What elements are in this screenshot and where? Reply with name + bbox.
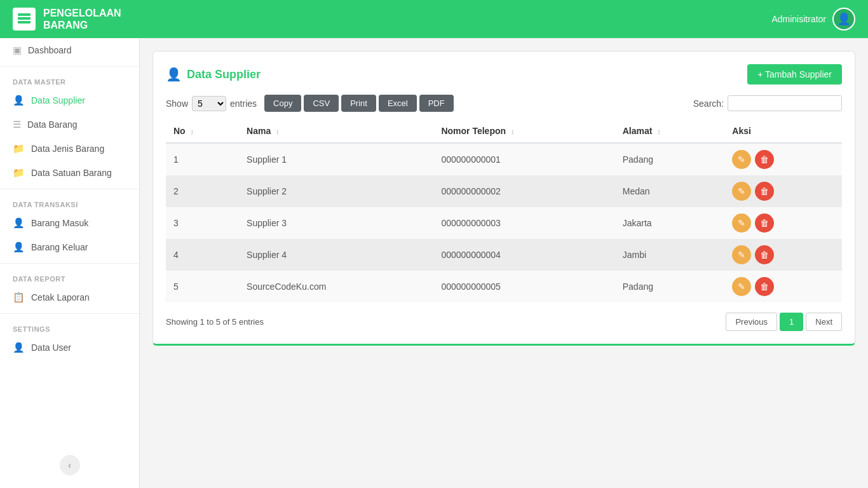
admin-name: Adminisitrator [771,14,826,24]
sort-no-icon: ↕ [191,128,194,135]
delete-button[interactable]: 🗑 [755,277,774,296]
cell-no: 3 [166,207,239,239]
delete-button[interactable]: 🗑 [755,214,774,233]
dashboard-icon: ▣ [13,44,22,56]
svg-rect-0 [18,13,31,16]
cell-no: 1 [166,143,239,175]
cell-aksi: ✎ 🗑 [724,239,842,271]
sidebar: ▣ Dashboard DATA MASTER 👤 Data Supplier … [0,38,140,488]
cell-telepon: 000000000004 [433,239,614,271]
cell-no: 5 [166,271,239,302]
cell-telepon: 000000000005 [433,271,614,302]
add-supplier-button[interactable]: + Tambah Supplier [747,64,842,85]
table-row: 2 Supplier 2 000000000002 Medan ✎ 🗑 [166,175,842,207]
edit-button[interactable]: ✎ [732,150,751,169]
table-row: 1 Supplier 1 000000000001 Padang ✎ 🗑 [166,143,842,175]
header: PENGELOLAAN BARANG Adminisitrator 👤 [0,0,868,38]
table-row: 4 Supplier 4 000000000004 Jambi ✎ 🗑 [166,239,842,271]
edit-button[interactable]: ✎ [732,214,751,233]
search-input[interactable] [728,95,842,111]
next-button[interactable]: Next [806,313,842,331]
col-telepon: Nomor Telepon ↕ [433,119,614,143]
delete-button[interactable]: 🗑 [755,150,774,169]
sidebar-item-barang-masuk[interactable]: 👤 Barang Masuk [0,211,139,235]
print-button[interactable]: Print [341,95,376,112]
svg-rect-1 [18,17,31,20]
section-data-master: DATA MASTER [0,71,139,88]
cell-aksi: ✎ 🗑 [724,271,842,302]
table-row: 3 Supplier 3 000000000003 Jakarta ✎ 🗑 [166,207,842,239]
show-entries: Show 5 10 25 50 100 entries [166,96,257,111]
cell-alamat: Medan [615,175,725,207]
sidebar-item-cetak-laporan[interactable]: 📋 Cetak Laporan [0,285,139,309]
search-box: Search: [693,95,842,111]
header-left: PENGELOLAAN BARANG [13,7,121,31]
pdf-button[interactable]: PDF [419,95,454,112]
sidebar-item-data-satuan-barang[interactable]: 📁 Data Satuan Barang [0,161,139,185]
supplier-table: No ↕ Nama ↕ Nomor Telepon ↕ Alamat [166,119,842,302]
action-buttons: Copy CSV Print Excel PDF [264,95,454,112]
masuk-icon: 👤 [13,217,25,229]
edit-button[interactable]: ✎ [732,245,751,264]
table-controls: Show 5 10 25 50 100 entries Copy CSV [166,95,842,112]
card-header: 👤 Data Supplier + Tambah Supplier [166,64,842,85]
cell-nama: SourceCodeKu.com [239,271,433,302]
cell-aksi: ✎ 🗑 [724,143,842,175]
excel-button[interactable]: Excel [379,95,417,112]
page-1-button[interactable]: 1 [780,313,803,331]
layout: ▣ Dashboard DATA MASTER 👤 Data Supplier … [0,38,868,488]
cell-no: 2 [166,175,239,207]
copy-button[interactable]: Copy [264,95,301,112]
cell-alamat: Padang [615,143,725,175]
app-logo [13,8,36,30]
pagination: Previous 1 Next [726,313,842,331]
sort-alamat-icon: ↕ [657,128,661,135]
col-alamat: Alamat ↕ [615,119,725,143]
cell-nama: Supplier 2 [239,175,433,207]
col-aksi: Aksi [724,119,842,143]
cell-telepon: 000000000001 [433,143,614,175]
table-header-row: No ↕ Nama ↕ Nomor Telepon ↕ Alamat [166,119,842,143]
cell-alamat: Padang [615,271,725,302]
previous-button[interactable]: Previous [726,313,777,331]
collapse-button[interactable]: ‹ [60,455,80,475]
cell-nama: Supplier 3 [239,207,433,239]
keluar-icon: 👤 [13,241,25,253]
sidebar-item-data-supplier[interactable]: 👤 Data Supplier [0,88,139,112]
pagination-info: Showing 1 to 5 of 5 entries [166,317,264,327]
user-icon: 👤 [13,342,25,353]
cell-alamat: Jambi [615,239,725,271]
sidebar-item-dashboard[interactable]: ▣ Dashboard [0,38,139,62]
supplier-icon: 👤 [13,95,25,106]
data-supplier-card: 👤 Data Supplier + Tambah Supplier Show 5… [153,51,855,346]
supplier-title-icon: 👤 [166,67,182,82]
delete-button[interactable]: 🗑 [755,182,774,201]
section-settings: SETTINGS [0,318,139,336]
cell-no: 4 [166,239,239,271]
avatar[interactable]: 👤 [832,8,855,30]
edit-button[interactable]: ✎ [732,182,751,201]
cell-nama: Supplier 1 [239,143,433,175]
col-nama: Nama ↕ [239,119,433,143]
app-title: PENGELOLAAN BARANG [43,7,121,31]
section-data-transaksi: DATA TRANSAKSI [0,193,139,211]
delete-button[interactable]: 🗑 [755,245,774,264]
satuan-icon: 📁 [13,167,25,179]
laporan-icon: 📋 [13,292,25,303]
csv-button[interactable]: CSV [304,95,339,112]
edit-button[interactable]: ✎ [732,277,751,296]
table-row: 5 SourceCodeKu.com 000000000005 Padang ✎… [166,271,842,302]
sidebar-item-barang-keluar[interactable]: 👤 Barang Keluar [0,235,139,259]
jenis-icon: 📁 [13,143,25,154]
cell-alamat: Jakarta [615,207,725,239]
cell-aksi: ✎ 🗑 [724,175,842,207]
sort-telepon-icon: ↕ [511,128,515,135]
sidebar-collapse: ‹ [0,449,139,482]
sidebar-item-data-barang[interactable]: ☰ Data Barang [0,112,139,137]
sidebar-item-data-jenis-barang[interactable]: 📁 Data Jenis Barang [0,137,139,161]
svg-rect-2 [18,21,31,24]
section-data-report: DATA REPORT [0,268,139,285]
sidebar-item-data-user[interactable]: 👤 Data User [0,336,139,360]
sort-nama-icon: ↕ [276,128,280,135]
entries-select[interactable]: 5 10 25 50 100 [192,96,226,111]
